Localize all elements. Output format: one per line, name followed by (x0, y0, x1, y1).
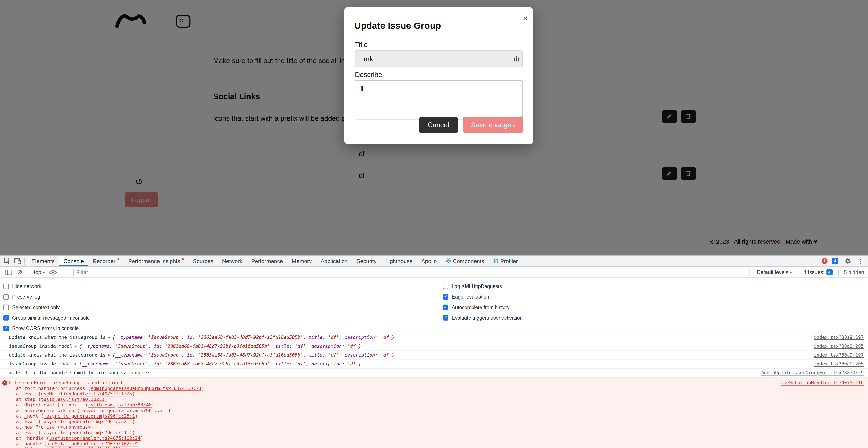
stack-link[interactable]: AdminUpdateIssueGroupForm.tsx?8874:60:73 (91, 386, 201, 391)
error-text: ReferenceError: issueGroup is not define… (9, 380, 122, 385)
close-icon[interactable]: × (523, 14, 528, 22)
checkbox-checked-icon: ✓ (443, 304, 448, 310)
react-icon (446, 258, 451, 264)
tab-application[interactable]: Application (316, 256, 352, 266)
tab-apollo[interactable]: Apollo (417, 256, 441, 266)
tab-memory[interactable]: Memory (287, 256, 316, 266)
option-hide-network[interactable]: Hide network (3, 281, 90, 291)
stack-link[interactable]: _async_to_generator.mjs?96fc:3:1 (80, 408, 168, 413)
update-issue-group-modal: Update Issue Group × Title Describe ll C… (344, 7, 533, 144)
clear-console-icon[interactable]: ⊘ (17, 269, 22, 275)
stack-link[interactable]: _async_to_generator.mjs?96fc:21:1 (41, 430, 132, 435)
stack-link[interactable]: tslib.es6.js?f7a0:102:1 (41, 396, 104, 402)
describe-textarea[interactable]: ll (355, 80, 523, 119)
filter-input[interactable] (73, 268, 750, 276)
expand-icon[interactable]: ▶ (75, 343, 77, 350)
object-preview[interactable]: {__typename: 'IssueGroup', id: '2863ea68… (79, 343, 361, 350)
cancel-button[interactable]: Cancel (419, 117, 458, 133)
tab-performance[interactable]: Performance (247, 256, 287, 266)
source-link[interactable]: index.tsx?30a9:205 (807, 343, 864, 350)
stack-link[interactable]: useForm.ts?8cd1:40:12 (60, 446, 118, 448)
issues-icon: 4 (826, 269, 832, 275)
log-levels-dropdown[interactable]: Default levels ▾ (757, 269, 792, 275)
checkbox-checked-icon: ✓ (3, 325, 9, 331)
stack-frame: at eval (_async_to_generator.mjs?96fc:21… (9, 430, 864, 435)
console-message: update knows what the issuegroup is ▶ {_… (0, 351, 868, 360)
tab-elements[interactable]: Elements (27, 256, 59, 266)
object-preview[interactable]: {__typename: 'IssueGroup', id: '2863ea68… (79, 361, 361, 367)
app-page: Make sure to fill out the title of the s… (0, 0, 868, 255)
tab-recorder[interactable]: Recorder (88, 256, 124, 266)
expand-icon[interactable]: ▶ (108, 352, 110, 358)
issues-counter[interactable]: 4 Issues: 4 (803, 269, 832, 275)
source-link[interactable]: index.tsx?30a9:205 (807, 361, 864, 367)
divider (28, 269, 29, 276)
stack-frame: at handle (useMutationHandler.ts?4075:10… (9, 441, 864, 446)
stack-frame: at eval (useMutationHandler.ts?4075:111:… (9, 391, 864, 396)
describe-label: Describe (355, 71, 382, 79)
console-message: issueGroup inside modal ▶ {__typename: '… (0, 342, 868, 351)
option-preserve-log[interactable]: Preserve log (3, 291, 90, 302)
title-input[interactable] (355, 51, 523, 67)
error-icon: × (2, 381, 7, 386)
stack-link[interactable]: useMutationHandler.ts?4075:111:25 (41, 391, 132, 396)
divider (64, 269, 64, 276)
screen: Make sure to fill out the title of the s… (0, 0, 868, 448)
source-link[interactable]: index.tsx?30a9:197 (807, 334, 864, 340)
stack-link[interactable]: useMutationHandler.ts?4075:102:24 (46, 441, 137, 446)
stack-link[interactable]: useMutationHandler.ts?4075:102:24 (49, 435, 140, 441)
console-toolbar: ⊘ top ▾ Default levels ▾ 4 Issues: 4 5 h… (0, 267, 868, 278)
tab-network[interactable]: Network (218, 256, 247, 266)
divider (838, 269, 838, 276)
tab-performance-insights[interactable]: Performance insights (124, 256, 188, 266)
tab-profiler[interactable]: Profiler (489, 256, 522, 266)
object-preview[interactable]: {__typename: 'IssueGroup', id: '2863ea68… (112, 352, 395, 358)
preview-badge (182, 258, 184, 260)
stack-link[interactable]: tslib.es6.js?f7a0:83:46 (88, 402, 152, 408)
console-message: issueGroup inside modal ▶ {__typename: '… (0, 360, 868, 369)
expand-icon[interactable]: ▶ (75, 361, 77, 367)
stack-frame: at step (tslib.es6.js?f7a0:102:1) (9, 396, 864, 402)
autofill-extension-icon[interactable] (514, 56, 519, 61)
checkbox-checked-icon: ✓ (443, 294, 448, 299)
device-toolbar-icon[interactable] (12, 256, 22, 266)
source-link[interactable]: useMutationHandler.ts?4075:116 (774, 380, 864, 385)
source-link[interactable]: AdminUpdateIssueGroupForm.tsx?8874:59 (755, 370, 864, 376)
inspect-element-icon[interactable] (2, 256, 12, 266)
tab-sources[interactable]: Sources (188, 256, 218, 266)
console-message: made it to the handle submit before succ… (0, 369, 868, 378)
save-changes-button[interactable]: Save changes (463, 117, 523, 133)
tab-components[interactable]: Components (441, 256, 489, 266)
tab-lighthouse[interactable]: Lighthouse (381, 256, 417, 266)
stack-link[interactable]: _async_to_generator.mjs?96fc:25:1 (44, 413, 135, 419)
source-link[interactable]: index.tsx?30a9:197 (807, 352, 864, 358)
stack-link[interactable]: _async_to_generator.mjs?96fc:32:1 (41, 419, 132, 424)
option-autocomplete-history[interactable]: ✓Autocomplete from history (443, 302, 523, 312)
option-selected-context-only[interactable]: Selected context only (3, 302, 90, 312)
context-selector[interactable]: top ▾ (34, 269, 45, 275)
hidden-messages-label[interactable]: 5 hidden (844, 269, 864, 275)
console-error-message: × ReferenceError: issueGroup is not defi… (0, 378, 868, 448)
checkbox-checked-icon: ✓ (3, 315, 9, 320)
stack-frame: at _handle (useMutationHandler.ts?4075:1… (9, 435, 864, 441)
issues-count-badge[interactable]: 4 (832, 258, 838, 264)
option-eager-evaluation[interactable]: ✓Eager evaluation (443, 291, 523, 302)
live-expression-eye-icon[interactable] (48, 267, 58, 277)
expand-icon[interactable]: ▶ (108, 334, 110, 340)
tab-console[interactable]: Console (59, 256, 88, 266)
option-evaluate-triggers[interactable]: ✓Evaluate triggers user activation (443, 312, 523, 323)
option-group-similar[interactable]: ✓Group similar messages in console (3, 312, 90, 323)
tab-security[interactable]: Security (352, 256, 381, 266)
checkbox-checked-icon: ✓ (443, 315, 448, 320)
settings-gear-icon[interactable] (842, 256, 852, 266)
console-sidebar-icon[interactable] (4, 267, 14, 277)
checkbox-icon (443, 283, 448, 289)
devtools-tabbar: Elements Console Recorder Performance in… (0, 256, 868, 267)
option-show-cors-errors[interactable]: ✓Show CORS errors in console (3, 323, 90, 333)
option-log-xmlhttprequests[interactable]: Log XMLHttpRequests (443, 281, 523, 291)
object-preview[interactable]: {__typename: 'IssueGroup', id: '2863ea68… (112, 334, 395, 340)
console-message: update knows what the issuegroup is ▶ {_… (0, 333, 868, 342)
checkbox-icon (3, 294, 9, 299)
more-options-icon[interactable]: ⋮ (857, 257, 864, 265)
error-count-badge[interactable]: 1 (822, 258, 828, 264)
